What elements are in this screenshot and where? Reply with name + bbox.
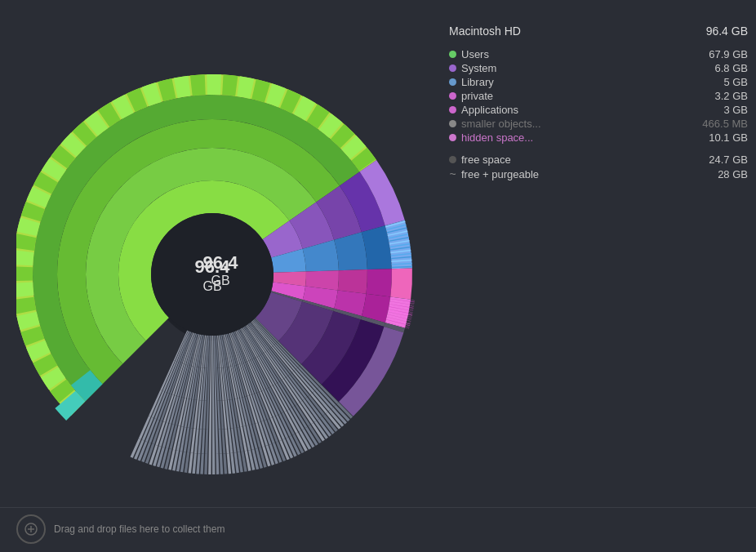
legend-value-0: 67.9 GB xyxy=(709,48,748,60)
legend-value-6: 10.1 GB xyxy=(709,131,748,144)
legend-extra-value-1: 28 GB xyxy=(718,168,748,180)
legend-dot-3 xyxy=(449,92,456,100)
legend-value-5: 466.5 MB xyxy=(702,118,748,130)
legend-label-1: System xyxy=(461,62,496,74)
drop-hint-text: Drag and drop files here to collect them xyxy=(54,523,225,535)
legend-items-container: Users67.9 GBSystem6.8 GBLibrary5 GBpriva… xyxy=(449,47,748,181)
legend-label-0: Users xyxy=(461,48,489,60)
legend-extra-value-0: 24.7 GB xyxy=(709,154,748,166)
main-content: 96.4 GB Macintosh HD 96.4 GB Users67.9 G… xyxy=(0,0,756,507)
legend-extra-item-0[interactable]: free space24.7 GB xyxy=(449,153,748,167)
legend-label-3: private xyxy=(461,90,493,102)
legend-label-6: hidden space... xyxy=(461,131,533,144)
legend-item-3[interactable]: private3.2 GB xyxy=(449,89,748,103)
legend-dot-6 xyxy=(449,134,456,141)
legend-label-4: Applications xyxy=(461,104,518,116)
legend-item-2[interactable]: Library5 GB xyxy=(449,75,748,89)
legend-item-6[interactable]: hidden space...10.1 GB xyxy=(449,131,748,145)
chart-area: 96.4 GB xyxy=(8,21,433,495)
drop-icon xyxy=(24,522,38,536)
legend-extra-label-1: free + purgeable xyxy=(461,168,539,180)
legend-value-4: 3 GB xyxy=(723,104,748,116)
legend-dot-0 xyxy=(449,51,456,58)
legend-label-5: smaller objects... xyxy=(461,118,541,130)
legend-item-4[interactable]: Applications3 GB xyxy=(449,103,748,117)
legend-dot-2 xyxy=(449,78,456,86)
legend-item-5[interactable]: smaller objects...466.5 MB xyxy=(449,117,748,131)
legend-label-2: Library xyxy=(461,76,494,88)
legend-title-row: Macintosh HD 96.4 GB xyxy=(449,24,748,38)
legend-item-1[interactable]: System6.8 GB xyxy=(449,61,748,75)
drive-name: Macintosh HD xyxy=(449,24,521,38)
tilde-symbol: ~ xyxy=(449,167,456,180)
legend-area: Macintosh HD 96.4 GB Users67.9 GBSystem6… xyxy=(433,16,748,181)
legend-extra-dot-0 xyxy=(449,156,456,163)
legend-value-1: 6.8 GB xyxy=(715,62,748,74)
legend-value-2: 5 GB xyxy=(723,76,748,88)
legend-dot-4 xyxy=(449,106,456,114)
drive-total-size: 96.4 GB xyxy=(706,24,748,38)
legend-extra-label-0: free space xyxy=(461,154,511,166)
legend-value-3: 3.2 GB xyxy=(715,90,748,102)
legend-divider xyxy=(449,145,748,153)
legend-dot-5 xyxy=(449,120,456,127)
legend-extra-item-1[interactable]: ~free + purgeable28 GB xyxy=(449,167,748,181)
disk-canvas[interactable] xyxy=(16,29,425,487)
legend-dot-1 xyxy=(449,65,456,72)
legend-item-0[interactable]: Users67.9 GB xyxy=(449,47,748,61)
bottom-bar: Drag and drop files here to collect them xyxy=(0,507,756,552)
drop-zone-icon[interactable] xyxy=(16,514,46,544)
